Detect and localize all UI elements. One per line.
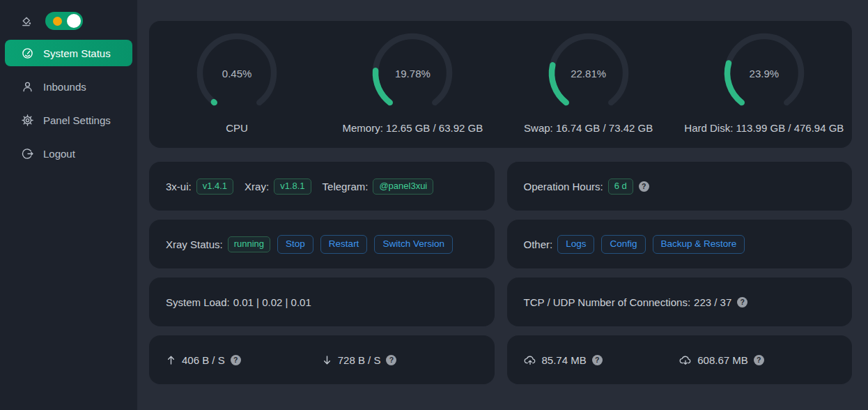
cpu-gauge: 0.45% bbox=[194, 31, 279, 116]
xray-status-tag: running bbox=[228, 236, 270, 252]
resource-gauges-card: 0.45% CPU 19.78% Memory: 12.65 GB / 63.9… bbox=[149, 21, 852, 148]
switch-version-button[interactable]: Switch Version bbox=[374, 235, 453, 254]
backup-restore-button[interactable]: Backup & Restore bbox=[653, 235, 745, 254]
connections-help-icon[interactable]: ? bbox=[737, 297, 747, 308]
xray-status-label: Xray Status: bbox=[166, 238, 223, 250]
config-button[interactable]: Config bbox=[601, 235, 645, 254]
swap-gauge-block: 22.81% Swap: 16.74 GB / 73.42 GB bbox=[501, 31, 676, 134]
app-root: System Status Inbounds bbox=[0, 0, 868, 410]
gear-icon bbox=[22, 114, 33, 126]
cpu-gauge-value: 0.45% bbox=[194, 31, 279, 116]
arrow-down-icon bbox=[322, 355, 332, 365]
status-cards-grid: 3x-ui: v1.4.1 Xray: v1.8.1 Telegram: @pa… bbox=[149, 162, 852, 384]
memory-gauge-label: Memory: 12.65 GB / 63.92 GB bbox=[342, 122, 483, 134]
restart-button[interactable]: Restart bbox=[320, 235, 368, 254]
stop-button[interactable]: Stop bbox=[277, 235, 313, 254]
operation-hours-card: Operation Hours: 6 d ? bbox=[507, 162, 853, 211]
operation-hours-help-icon[interactable]: ? bbox=[639, 181, 649, 192]
cloud-download-icon bbox=[679, 355, 692, 365]
total-received-help-icon[interactable]: ? bbox=[754, 355, 764, 365]
user-icon bbox=[22, 81, 33, 93]
total-received-block: 608.67 MB ? bbox=[679, 354, 835, 366]
disk-gauge: 23.9% bbox=[722, 31, 807, 116]
swap-gauge-value: 22.81% bbox=[546, 31, 631, 116]
xui-version-label: 3x-ui: bbox=[166, 181, 192, 192]
cloud-upload-icon bbox=[524, 355, 536, 365]
download-speed-value: 728 B / S bbox=[338, 354, 381, 366]
system-load-label: System Load: bbox=[166, 296, 230, 308]
arrow-up-icon bbox=[166, 355, 176, 365]
sidebar-item-panel-settings[interactable]: Panel Settings bbox=[5, 107, 132, 133]
upload-speed-block: 406 B / S ? bbox=[166, 354, 322, 366]
telegram-label: Telegram: bbox=[323, 181, 369, 192]
sidebar: System Status Inbounds bbox=[0, 0, 137, 410]
network-speed-card: 406 B / S ? 728 B / S ? bbox=[149, 335, 495, 384]
system-load-value: 0.01 | 0.02 | 0.01 bbox=[233, 296, 311, 308]
sidebar-header bbox=[0, 0, 137, 30]
telegram-handle-tag[interactable]: @panel3xui bbox=[373, 179, 433, 195]
xray-version-label: Xray: bbox=[245, 181, 269, 192]
dashboard-icon bbox=[22, 47, 33, 59]
download-speed-help-icon[interactable]: ? bbox=[386, 355, 396, 365]
total-sent-block: 85.74 MB ? bbox=[524, 354, 680, 366]
dark-mode-toggle[interactable] bbox=[45, 12, 83, 30]
sidebar-item-label: System Status bbox=[43, 47, 111, 59]
swap-gauge-label: Swap: 16.74 GB / 73.42 GB bbox=[524, 122, 653, 134]
theme-paint-icon bbox=[21, 15, 33, 27]
sidebar-item-label: Panel Settings bbox=[43, 114, 111, 126]
network-total-card: 85.74 MB ? 608.67 MB ? bbox=[507, 335, 853, 384]
swap-gauge: 22.81% bbox=[546, 31, 631, 116]
system-load-card: System Load: 0.01 | 0.02 | 0.01 bbox=[149, 278, 495, 326]
operation-hours-label: Operation Hours: bbox=[524, 181, 603, 192]
toggle-knob bbox=[67, 14, 81, 28]
memory-gauge-value: 19.78% bbox=[370, 31, 455, 116]
logout-icon bbox=[22, 148, 33, 160]
sidebar-item-inbounds[interactable]: Inbounds bbox=[5, 73, 132, 100]
sidebar-item-system-status[interactable]: System Status bbox=[5, 40, 132, 66]
total-sent-help-icon[interactable]: ? bbox=[592, 355, 603, 365]
other-actions-card: Other: Logs Config Backup & Restore bbox=[507, 220, 853, 268]
disk-gauge-label: Hard Disk: 113.99 GB / 476.94 GB bbox=[684, 122, 844, 134]
total-sent-value: 85.74 MB bbox=[542, 354, 587, 366]
operation-hours-tag: 6 d bbox=[608, 179, 633, 195]
xray-version-tag: v1.8.1 bbox=[274, 179, 311, 195]
memory-gauge-block: 19.78% Memory: 12.65 GB / 63.92 GB bbox=[325, 31, 500, 134]
total-received-value: 608.67 MB bbox=[697, 354, 748, 366]
sidebar-item-logout[interactable]: Logout bbox=[5, 140, 132, 167]
logs-button[interactable]: Logs bbox=[557, 235, 594, 254]
connections-card: TCP / UDP Number of Connections: 223 / 3… bbox=[507, 278, 853, 326]
sun-icon bbox=[53, 17, 62, 26]
xray-status-card: Xray Status: running Stop Restart Switch… bbox=[149, 220, 495, 268]
cpu-gauge-label: CPU bbox=[226, 122, 248, 134]
xui-version-tag: v1.4.1 bbox=[196, 179, 233, 195]
connections-value: 223 / 37 bbox=[694, 296, 731, 308]
cpu-gauge-block: 0.45% CPU bbox=[149, 31, 325, 134]
download-speed-block: 728 B / S ? bbox=[322, 354, 478, 366]
versions-card: 3x-ui: v1.4.1 Xray: v1.8.1 Telegram: @pa… bbox=[149, 162, 495, 211]
memory-gauge: 19.78% bbox=[370, 31, 455, 116]
other-label: Other: bbox=[524, 238, 553, 250]
sidebar-item-label: Logout bbox=[43, 148, 75, 160]
sidebar-menu: System Status Inbounds bbox=[0, 40, 137, 167]
disk-gauge-block: 23.9% Hard Disk: 113.99 GB / 476.94 GB bbox=[676, 31, 852, 134]
sidebar-item-label: Inbounds bbox=[43, 81, 86, 93]
upload-speed-help-icon[interactable]: ? bbox=[231, 355, 241, 365]
upload-speed-value: 406 B / S bbox=[182, 354, 225, 366]
disk-gauge-value: 23.9% bbox=[722, 31, 807, 116]
connections-label: TCP / UDP Number of Connections: bbox=[524, 296, 691, 308]
main-content: 0.45% CPU 19.78% Memory: 12.65 GB / 63.9… bbox=[137, 0, 868, 410]
